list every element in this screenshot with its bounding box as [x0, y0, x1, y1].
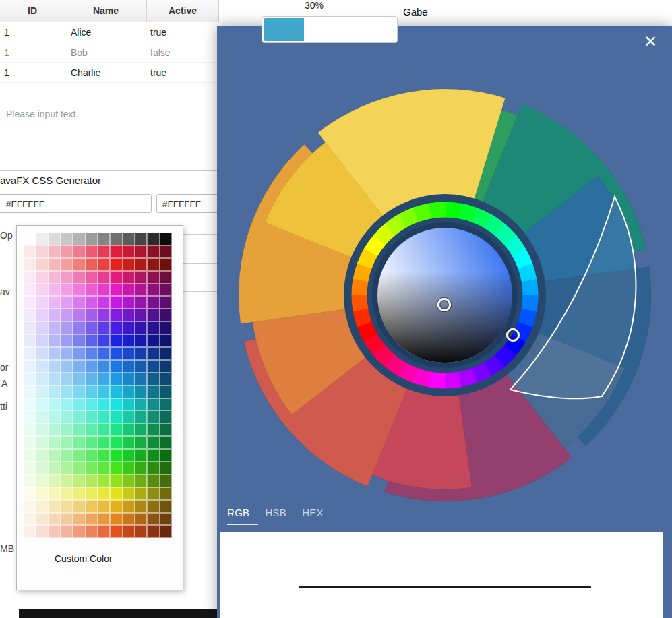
color-swatch[interactable]	[73, 525, 85, 538]
color-swatch[interactable]	[135, 347, 147, 360]
color-swatch[interactable]	[160, 500, 172, 513]
color-swatch[interactable]	[24, 258, 36, 271]
color-swatch[interactable]	[36, 296, 48, 309]
color-swatch[interactable]	[24, 410, 36, 423]
color-swatch[interactable]	[110, 462, 122, 474]
color-swatch[interactable]	[36, 271, 48, 284]
color-swatch[interactable]	[147, 449, 159, 462]
hue-ring-segment[interactable]	[361, 309, 365, 325]
hue-ring-segment[interactable]	[390, 220, 403, 230]
color-swatch[interactable]	[61, 258, 73, 271]
hue-ring-segment[interactable]	[499, 350, 510, 362]
color-swatch[interactable]	[24, 398, 36, 411]
color-swatch[interactable]	[110, 487, 122, 500]
color-swatch[interactable]	[135, 360, 147, 373]
color-swatch[interactable]	[24, 296, 36, 309]
hue-ring-segment[interactable]	[415, 375, 430, 380]
color-swatch[interactable]	[110, 347, 122, 360]
color-swatch[interactable]	[61, 296, 73, 309]
color-swatch[interactable]	[36, 233, 48, 245]
color-swatch[interactable]	[98, 309, 110, 321]
hex-color-field-2[interactable]: #FFFFFF	[156, 194, 224, 213]
color-swatch[interactable]	[98, 284, 110, 297]
color-swatch[interactable]	[147, 271, 159, 284]
color-swatch[interactable]	[73, 474, 85, 487]
hue-ring-segment[interactable]	[474, 215, 489, 222]
color-wheel[interactable]	[222, 73, 661, 511]
color-swatch[interactable]	[123, 258, 135, 271]
hue-ring-segment[interactable]	[361, 265, 365, 280]
color-swatch[interactable]	[160, 462, 172, 474]
color-swatch[interactable]	[135, 334, 147, 347]
color-swatch[interactable]	[160, 385, 172, 398]
color-swatch[interactable]	[135, 385, 147, 398]
color-swatch[interactable]	[160, 398, 172, 411]
color-swatch[interactable]	[86, 500, 98, 513]
color-swatch[interactable]	[147, 410, 159, 423]
color-swatch[interactable]	[61, 309, 73, 321]
color-swatch[interactable]	[61, 321, 73, 334]
color-swatch[interactable]	[24, 449, 36, 462]
color-swatch[interactable]	[86, 334, 98, 347]
color-swatch[interactable]	[110, 334, 122, 347]
color-swatch[interactable]	[135, 423, 147, 436]
tab-hsb[interactable]: HSB	[265, 507, 286, 518]
color-swatch[interactable]	[160, 436, 172, 449]
color-swatch[interactable]	[123, 233, 135, 245]
hue-ring-segment[interactable]	[510, 240, 520, 253]
color-swatch[interactable]	[73, 271, 85, 284]
hue-ring-segment[interactable]	[525, 310, 530, 326]
color-swatch[interactable]	[135, 296, 147, 309]
color-swatch[interactable]	[61, 525, 73, 538]
color-swatch[interactable]	[36, 500, 48, 513]
color-swatch[interactable]	[49, 321, 61, 334]
color-swatch[interactable]	[98, 487, 110, 500]
color-swatch[interactable]	[73, 284, 85, 297]
color-swatch[interactable]	[49, 373, 61, 385]
color-swatch[interactable]	[49, 258, 61, 271]
color-swatch[interactable]	[135, 373, 147, 385]
color-swatch[interactable]	[24, 360, 36, 373]
color-swatch[interactable]	[110, 525, 122, 538]
color-swatch[interactable]	[147, 245, 159, 258]
color-swatch[interactable]	[98, 233, 110, 245]
color-swatch[interactable]	[123, 271, 135, 284]
color-swatch[interactable]	[98, 385, 110, 398]
color-swatch[interactable]	[36, 321, 48, 334]
color-swatch[interactable]	[49, 296, 61, 309]
color-swatch[interactable]	[135, 525, 147, 538]
column-header-name[interactable]: Name	[65, 0, 147, 22]
color-swatch[interactable]	[61, 474, 73, 487]
color-swatch[interactable]	[98, 410, 110, 423]
color-swatch[interactable]	[24, 462, 36, 474]
color-swatch[interactable]	[61, 500, 73, 513]
color-swatch[interactable]	[98, 321, 110, 334]
color-swatch[interactable]	[147, 309, 159, 321]
color-swatch[interactable]	[98, 296, 110, 309]
color-swatch[interactable]	[160, 423, 172, 436]
hue-ring-segment[interactable]	[529, 280, 530, 297]
color-swatch[interactable]	[73, 513, 85, 526]
color-swatch[interactable]	[86, 309, 98, 321]
color-swatch[interactable]	[86, 449, 98, 462]
color-swatch[interactable]	[147, 423, 159, 436]
custom-color-link[interactable]: Custom Color	[55, 553, 113, 564]
color-swatch[interactable]	[98, 500, 110, 513]
color-swatch[interactable]	[49, 334, 61, 347]
color-swatch[interactable]	[123, 500, 135, 513]
color-swatch[interactable]	[123, 347, 135, 360]
color-swatch[interactable]	[61, 334, 73, 347]
color-swatch[interactable]	[49, 462, 61, 474]
hue-ring-segment[interactable]	[519, 253, 526, 268]
color-swatch[interactable]	[36, 309, 48, 321]
color-swatch[interactable]	[49, 245, 61, 258]
color-swatch[interactable]	[61, 347, 73, 360]
color-swatch[interactable]	[86, 284, 98, 297]
color-swatch[interactable]	[36, 284, 48, 297]
color-swatch[interactable]	[160, 474, 172, 487]
color-swatch[interactable]	[147, 347, 159, 360]
color-swatch[interactable]	[147, 321, 159, 334]
color-swatch[interactable]	[49, 385, 61, 398]
color-swatch[interactable]	[98, 373, 110, 385]
color-swatch[interactable]	[160, 334, 172, 347]
